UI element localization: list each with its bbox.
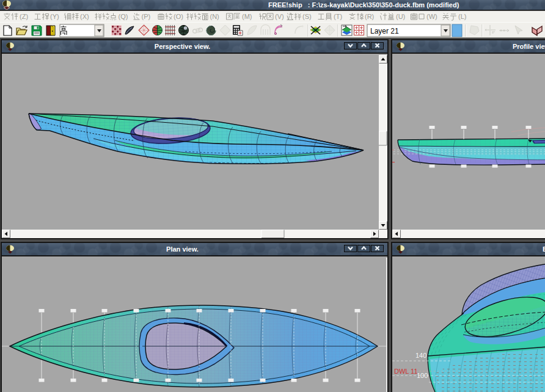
svg-text:(Y): (Y) [50,13,59,20]
svg-text:100: 100 [417,372,428,379]
svg-text:(R): (R) [365,13,374,20]
svg-text:(N): (N) [210,13,219,20]
svg-text:(W): (W) [426,13,437,20]
svg-text:(S): (S) [302,13,312,20]
svg-text:(L): (L) [458,13,466,20]
svg-text:(Q): (Q) [119,13,128,20]
svg-text:(P): (P) [142,13,151,20]
svg-text:140: 140 [415,352,426,359]
svg-text:Layer 21: Layer 21 [370,27,399,35]
svg-text:(X): (X) [80,13,89,20]
svg-text:(Z): (Z) [20,13,28,20]
svg-text:(U): (U) [396,13,405,20]
svg-text:(M): (M) [242,13,252,20]
svg-text:(O): (O) [174,13,183,20]
svg-text:(T): (T) [334,13,342,20]
svg-text:(V): (V) [275,13,284,20]
svg-text:DWL 11: DWL 11 [394,368,418,375]
